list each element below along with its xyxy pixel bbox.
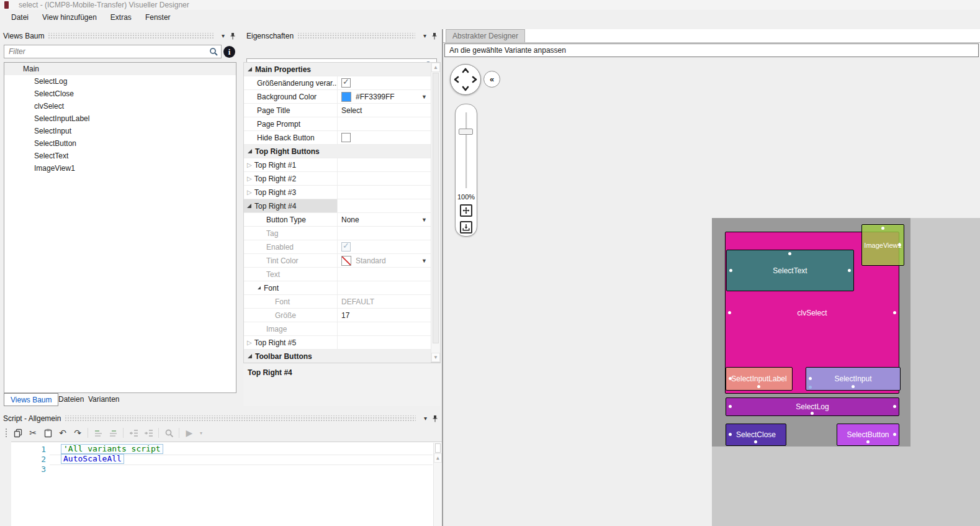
anchor-dot[interactable] [729, 405, 732, 408]
property-group[interactable]: ▷Top Right #5 [244, 336, 431, 350]
scrollbar-thumb[interactable] [435, 443, 441, 453]
expander-open-icon[interactable] [248, 67, 252, 71]
paste-icon[interactable] [41, 426, 55, 440]
property-section[interactable]: Main Properties [244, 63, 431, 76]
info-button[interactable]: i [223, 46, 235, 58]
fit-content-button[interactable] [460, 204, 472, 217]
property-section[interactable]: Toolbar Buttons [244, 350, 431, 363]
uncomment-icon[interactable] [106, 426, 120, 440]
property-row[interactable]: Image [244, 322, 431, 336]
property-row[interactable]: Tint ColorStandard▼ [244, 254, 431, 268]
scrollbar-thumb[interactable] [433, 73, 439, 343]
anchor-dot[interactable] [757, 385, 760, 388]
expander-open-icon[interactable] [248, 354, 252, 358]
property-section[interactable]: Top Right Buttons [244, 145, 431, 158]
undo-icon[interactable]: ↶ [56, 426, 70, 440]
anchor-dot[interactable] [809, 386, 812, 389]
anchor-dot[interactable] [881, 227, 884, 230]
property-row[interactable]: Hide Back Button [244, 131, 431, 145]
drag-grip[interactable] [65, 415, 416, 421]
copy-icon[interactable] [11, 426, 25, 440]
checkbox[interactable] [341, 133, 351, 142]
adapt-variant-banner[interactable]: An die gewählte Variante anpassen [444, 43, 979, 57]
property-row[interactable]: FontDEFAULT [244, 295, 431, 309]
toolbar-grip[interactable] [5, 428, 7, 438]
view-selectinput[interactable]: SelectInput [806, 367, 901, 391]
tint-swatch[interactable] [341, 256, 351, 266]
tree-item[interactable]: clvSelect [4, 100, 236, 112]
tab-abstrakter-designer[interactable]: Abstrakter Designer [446, 29, 525, 42]
menu-extras[interactable]: Extras [104, 11, 138, 24]
tree-item[interactable]: ImageView1 [4, 162, 236, 175]
property-row[interactable]: Enabled [244, 240, 431, 254]
comment-icon[interactable] [91, 426, 105, 440]
chevron-down-icon[interactable]: ▼ [421, 217, 427, 223]
tree-item[interactable]: SelectButton [4, 137, 236, 150]
view-selectlog[interactable]: SelectLog [726, 397, 899, 416]
script-editor[interactable]: 1 2 3 'All variants script AutoScaleAll … [11, 442, 442, 526]
views-filter-input[interactable] [4, 45, 210, 58]
anchor-dot[interactable] [729, 269, 732, 272]
anchor-dot[interactable] [728, 311, 731, 314]
anchor-dot[interactable] [893, 433, 896, 436]
tree-item-main[interactable]: Main [4, 63, 236, 75]
view-selectclose[interactable]: SelectClose [726, 424, 786, 446]
anchor-dot[interactable] [809, 377, 812, 380]
tab-views-baum[interactable]: Views Baum [4, 393, 58, 406]
menu-view-hinzufuegen[interactable]: View hinzufügen [36, 11, 103, 24]
view-imageview1[interactable]: ImageView1 [861, 224, 904, 266]
chevron-down-icon[interactable]: ▾ [420, 31, 429, 40]
scroll-up-icon[interactable]: ▲ [434, 453, 442, 463]
anchor-dot[interactable] [893, 311, 896, 314]
collapse-button[interactable]: « [483, 71, 500, 88]
expander-closed-icon[interactable]: ▷ [247, 339, 252, 346]
anchor-dot[interactable] [811, 412, 814, 415]
editor-scrollbar[interactable]: ▲ [433, 443, 442, 526]
toolbar-overflow-icon[interactable]: ▾ [197, 426, 205, 440]
zoom-slider-track[interactable] [465, 112, 467, 188]
chevron-down-icon[interactable]: ▾ [421, 414, 430, 423]
property-group[interactable]: ▷Top Right #1 [244, 158, 431, 172]
zoom-slider-thumb[interactable] [459, 129, 473, 135]
anchor-dot[interactable] [852, 385, 855, 388]
anchor-dot[interactable] [729, 433, 732, 436]
designer-page[interactable]: clvSelect SelectText ImageView1 SelectIn… [712, 218, 910, 447]
property-group-selected[interactable]: Top Right #4 [244, 199, 431, 213]
expander-open-icon[interactable] [258, 286, 261, 289]
tree-item[interactable]: SelectInputLabel [4, 112, 236, 125]
snapshot-button[interactable] [460, 221, 472, 234]
indent-icon[interactable] [142, 426, 155, 440]
property-row[interactable]: Background Color#FF3399FF▼ [244, 90, 431, 104]
property-row[interactable]: Tag [244, 227, 431, 240]
search-icon[interactable] [162, 426, 176, 440]
view-selectinputlabel[interactable]: SelectInputLabel [726, 367, 793, 391]
redo-icon[interactable]: ↷ [71, 426, 84, 440]
pan-pad[interactable] [450, 64, 481, 95]
drag-grip[interactable] [48, 33, 214, 39]
tree-item[interactable]: SelectInput [4, 125, 236, 137]
checkbox[interactable] [341, 242, 351, 252]
pin-icon[interactable] [228, 31, 237, 40]
view-selecttext[interactable]: SelectText [726, 250, 854, 291]
expander-closed-icon[interactable]: ▷ [247, 189, 252, 196]
anchor-dot[interactable] [788, 252, 791, 255]
color-swatch[interactable] [341, 92, 351, 102]
anchor-dot[interactable] [893, 405, 896, 408]
property-row[interactable]: Page Prompt [244, 117, 431, 131]
scroll-down-icon[interactable]: ▼ [431, 353, 440, 362]
property-group[interactable]: ▷Top Right #2 [244, 172, 431, 186]
checkbox[interactable] [341, 78, 351, 88]
menu-fenster[interactable]: Fenster [139, 11, 177, 24]
property-row[interactable]: Text [244, 268, 431, 281]
menu-datei[interactable]: Datei [5, 11, 35, 24]
chevron-down-icon[interactable]: ▾ [218, 31, 228, 40]
cut-icon[interactable]: ✂ [26, 426, 40, 440]
expander-closed-icon[interactable]: ▷ [247, 175, 252, 182]
tree-item[interactable]: SelectLog [4, 75, 236, 88]
anchor-dot[interactable] [848, 269, 851, 272]
tree-item[interactable]: SelectClose [4, 88, 236, 100]
property-row[interactable]: Größenänderung verar... [244, 76, 431, 90]
property-group[interactable]: ▷Top Right #3 [244, 186, 431, 199]
chevron-down-icon[interactable]: ▼ [421, 258, 427, 264]
properties-scrollbar[interactable]: ▲ ▼ [431, 63, 440, 362]
